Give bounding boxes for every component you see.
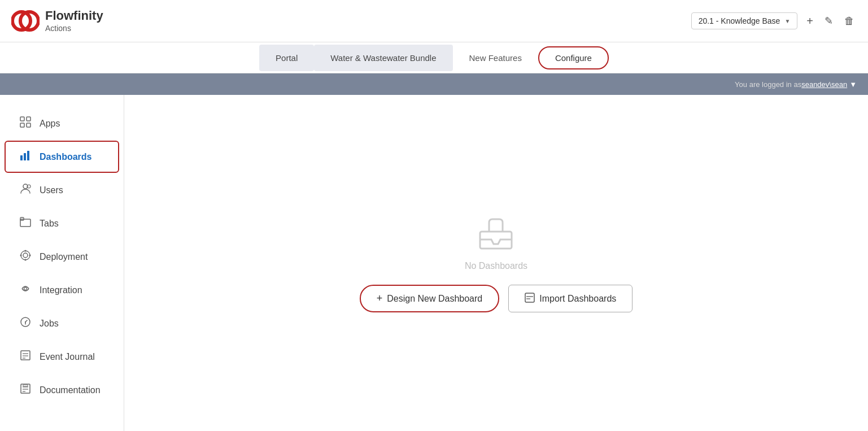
logged-in-text: You are logged in as <box>735 80 801 89</box>
import-button-label: Import Dashboards <box>539 294 616 304</box>
design-button-label: Design New Dashboard <box>387 294 482 304</box>
import-icon <box>525 293 535 305</box>
svg-point-17 <box>20 255 22 256</box>
dashboards-icon <box>19 150 32 164</box>
brand-name: Flowfinity <box>45 8 103 23</box>
svg-rect-30 <box>23 385 28 386</box>
svg-rect-7 <box>24 153 26 160</box>
svg-point-14 <box>21 251 30 260</box>
sidebar-label-integration: Integration <box>40 285 82 295</box>
svg-point-21 <box>25 321 26 323</box>
brand-sub: Actions <box>45 24 103 33</box>
tab-configure[interactable]: Configure <box>538 46 609 69</box>
svg-point-15 <box>25 250 27 252</box>
edit-button[interactable]: ✎ <box>822 12 835 29</box>
header: Flowfinity Actions 20.1 - Knowledge Base… <box>0 0 868 42</box>
sidebar-label-dashboards: Dashboards <box>40 152 91 162</box>
integration-icon <box>19 283 32 297</box>
chevron-down-icon: ▼ <box>784 18 790 24</box>
version-selector[interactable]: 20.1 - Knowledge Base ▼ <box>691 12 798 29</box>
empty-state: No Dashboards <box>465 214 527 271</box>
deployment-icon <box>19 250 32 264</box>
sidebar-item-deployment[interactable]: Deployment <box>5 241 119 273</box>
apps-icon <box>19 116 32 130</box>
svg-rect-5 <box>27 123 30 127</box>
documentation-icon <box>19 383 32 397</box>
delete-button[interactable]: 🗑 <box>842 13 857 29</box>
empty-label: No Dashboards <box>465 261 527 271</box>
tabs-bar: Portal Water & Wastewater Bundle New Fea… <box>0 42 868 73</box>
version-label: 20.1 - Knowledge Base <box>699 16 780 25</box>
sidebar-item-tabs[interactable]: Tabs <box>5 207 119 240</box>
sidebar-item-jobs[interactable]: Jobs <box>5 307 119 339</box>
main-layout: Apps Dashboards Users <box>0 95 868 431</box>
svg-rect-3 <box>27 117 30 121</box>
sidebar: Apps Dashboards Users <box>0 95 124 431</box>
sidebar-label-apps: Apps <box>40 119 60 129</box>
sidebar-label-tabs: Tabs <box>40 219 59 229</box>
svg-point-16 <box>25 259 27 261</box>
svg-rect-32 <box>525 293 534 302</box>
tab-water[interactable]: Water & Wastewater Bundle <box>314 45 452 71</box>
sidebar-item-apps[interactable]: Apps <box>5 107 119 140</box>
content-area: No Dashboards + Design New Dashboard Imp… <box>124 95 868 431</box>
plus-icon: + <box>377 293 383 304</box>
svg-point-13 <box>23 253 28 258</box>
sidebar-item-event-journal[interactable]: Event Journal <box>5 341 119 373</box>
sidebar-label-users: Users <box>40 185 63 195</box>
import-dashboards-button[interactable]: Import Dashboards <box>508 285 633 312</box>
tabs-icon <box>19 216 32 230</box>
no-dashboards-icon <box>476 214 516 254</box>
sidebar-label-deployment: Deployment <box>40 252 88 262</box>
logo-area: Flowfinity Actions <box>11 8 103 33</box>
svg-rect-2 <box>20 117 24 121</box>
flowfinity-logo-icon <box>11 10 40 32</box>
tab-portal[interactable]: Portal <box>259 45 314 71</box>
action-buttons: + Design New Dashboard Import Dashboards <box>360 285 633 312</box>
user-dropdown-icon[interactable]: ▼ <box>849 80 857 89</box>
sidebar-item-documentation[interactable]: Documentation <box>5 374 119 406</box>
svg-rect-4 <box>20 123 24 127</box>
add-button[interactable]: + <box>804 12 815 30</box>
username-link[interactable]: seandev\sean <box>801 80 847 89</box>
sidebar-label-jobs: Jobs <box>40 319 59 329</box>
status-bar: You are logged in as seandev\sean ▼ <box>0 73 868 95</box>
jobs-icon <box>19 316 32 330</box>
sidebar-label-documentation: Documentation <box>40 385 101 395</box>
sidebar-item-integration[interactable]: Integration <box>5 274 119 306</box>
sidebar-label-event-journal: Event Journal <box>40 352 95 362</box>
header-right: 20.1 - Knowledge Base ▼ + ✎ 🗑 <box>691 12 857 30</box>
svg-rect-8 <box>27 151 29 160</box>
svg-point-18 <box>29 255 31 256</box>
users-icon <box>19 183 32 197</box>
design-new-dashboard-button[interactable]: + Design New Dashboard <box>360 285 500 312</box>
tab-new-features[interactable]: New Features <box>453 45 538 71</box>
sidebar-item-users[interactable]: Users <box>5 174 119 206</box>
event-journal-icon <box>19 350 32 364</box>
sidebar-item-dashboards[interactable]: Dashboards <box>5 141 119 173</box>
logo-text: Flowfinity Actions <box>45 8 103 33</box>
svg-point-19 <box>24 288 27 290</box>
svg-rect-6 <box>20 155 23 160</box>
